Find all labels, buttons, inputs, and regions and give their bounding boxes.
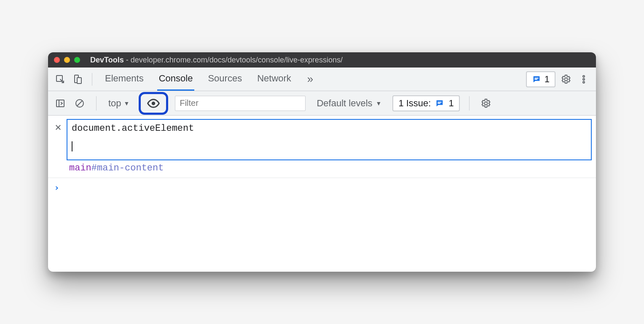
delete-live-expression-button[interactable]	[52, 122, 64, 133]
minimize-window-button[interactable]	[64, 57, 70, 63]
chevron-down-icon: ▼	[124, 100, 130, 107]
main-tabbar: Elements Console Sources Network » 1	[48, 68, 596, 91]
inspect-element-icon[interactable]	[53, 72, 67, 86]
svg-line-8	[77, 101, 82, 106]
settings-icon[interactable]	[559, 72, 573, 86]
result-tag: main	[69, 163, 91, 173]
issues-count: 1	[448, 98, 453, 109]
tabbar-divider	[92, 73, 92, 86]
messages-count: 1	[545, 74, 550, 85]
svg-rect-2	[77, 78, 81, 84]
console-sidebar-toggle-icon[interactable]	[53, 96, 67, 111]
more-tabs-icon[interactable]: »	[305, 68, 316, 91]
svg-point-3	[583, 76, 585, 77]
live-expression-text: document.activeElement	[72, 123, 587, 134]
title-sep: -	[124, 56, 131, 64]
issues-label: 1 Issue:	[398, 98, 431, 109]
tab-network[interactable]: Network	[255, 68, 293, 91]
execution-context-select[interactable]: top ▼	[106, 98, 132, 109]
window-title: DevTools - developer.chrome.com/docs/dev…	[90, 56, 343, 65]
console-prompt[interactable]: ›	[48, 178, 596, 197]
console-filter-input[interactable]	[175, 96, 306, 111]
chevron-down-icon: ▼	[376, 100, 382, 107]
live-expression-input[interactable]: document.activeElement	[67, 119, 592, 160]
device-toolbar-icon[interactable]	[71, 72, 85, 86]
create-live-expression-button[interactable]	[139, 92, 168, 115]
log-levels-select[interactable]: Default levels ▼	[317, 98, 381, 109]
clear-console-icon[interactable]	[72, 96, 87, 111]
devtools-window: DevTools - developer.chrome.com/docs/dev…	[48, 52, 596, 272]
svg-point-4	[583, 78, 585, 80]
console-settings-icon[interactable]	[479, 96, 493, 111]
levels-label: Default levels	[317, 98, 372, 109]
text-cursor	[72, 141, 72, 151]
window-url: developer.chrome.com/docs/devtools/conso…	[131, 56, 343, 64]
tab-sources[interactable]: Sources	[206, 68, 244, 91]
window-titlebar: DevTools - developer.chrome.com/docs/dev…	[48, 52, 596, 68]
svg-point-9	[152, 101, 156, 105]
live-expression-row: document.activeElement	[48, 116, 596, 162]
maximize-window-button[interactable]	[74, 57, 80, 63]
chat-icon	[532, 75, 541, 84]
chat-icon	[435, 99, 444, 108]
messages-badge[interactable]: 1	[526, 71, 555, 87]
live-expression-area: document.activeElement main#main-content	[48, 116, 596, 178]
result-selector: #main-content	[91, 163, 164, 173]
live-expression-result[interactable]: main#main-content	[48, 162, 596, 178]
window-controls	[54, 57, 80, 63]
context-label: top	[108, 98, 121, 109]
console-toolbar: top ▼ Default levels ▼ 1 Issue: 1	[48, 91, 596, 116]
toolbar-divider-1	[96, 96, 97, 111]
kebab-menu-icon[interactable]	[577, 72, 591, 86]
issues-button[interactable]: 1 Issue: 1	[392, 95, 459, 111]
app-name: DevTools	[90, 56, 124, 64]
panel-tabs: Elements Console Sources Network »	[103, 68, 316, 91]
toolbar-divider-2	[469, 96, 470, 111]
eye-icon	[147, 97, 160, 110]
svg-point-5	[583, 81, 585, 83]
close-window-button[interactable]	[54, 57, 60, 63]
tab-elements[interactable]: Elements	[103, 68, 145, 91]
tab-console[interactable]: Console	[157, 68, 195, 91]
prompt-caret-icon: ›	[54, 182, 59, 193]
